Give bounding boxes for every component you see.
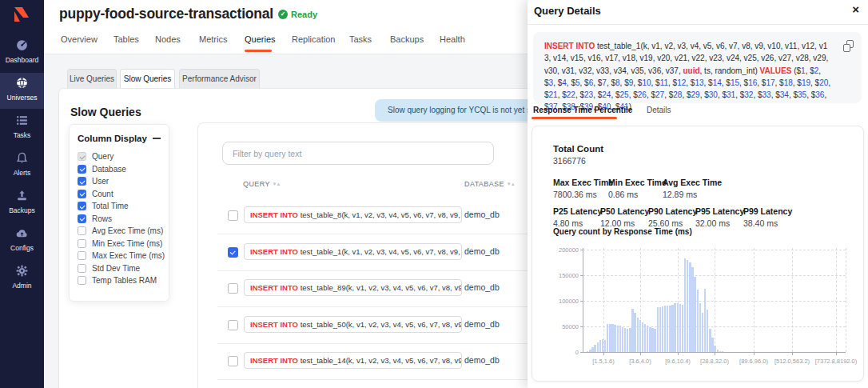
column-header-query[interactable]: QUERY ▼▲ bbox=[243, 180, 280, 188]
row-checkbox[interactable] bbox=[228, 210, 238, 221]
panel-tab-details[interactable]: Details bbox=[647, 106, 671, 114]
tab-health[interactable]: Health bbox=[440, 34, 465, 44]
close-icon[interactable]: × bbox=[852, 2, 859, 16]
tab-metrics[interactable]: Metrics bbox=[199, 34, 227, 44]
tab-queries[interactable]: Queries bbox=[245, 34, 276, 44]
histogram-bar bbox=[597, 342, 599, 352]
sidebar-item-backups[interactable]: Backups bbox=[0, 186, 44, 222]
gridline bbox=[603, 248, 604, 352]
gridline bbox=[836, 248, 837, 352]
sidebar-item-dashboard[interactable]: Dashboard bbox=[0, 35, 44, 71]
tab-replication[interactable]: Replication bbox=[292, 34, 335, 44]
checkbox[interactable] bbox=[78, 165, 86, 174]
y-tick-label: 0 bbox=[547, 349, 579, 356]
sidebar-item-label: Admin bbox=[0, 282, 44, 290]
row-checkbox[interactable] bbox=[228, 247, 238, 258]
response-time-histogram: 050000100000150000200000[1.5,1.6)[3.6,4.… bbox=[532, 126, 865, 382]
collapse-icon[interactable] bbox=[153, 138, 161, 139]
database-cell: demo_db bbox=[464, 355, 500, 365]
tab-tables[interactable]: Tables bbox=[113, 34, 139, 44]
tab-tasks[interactable]: Tasks bbox=[349, 34, 372, 44]
checkbox[interactable] bbox=[78, 239, 86, 248]
checkbox[interactable] bbox=[78, 214, 86, 223]
sidebar-item-configs[interactable]: Configs bbox=[0, 223, 44, 259]
tab-overview[interactable]: Overview bbox=[61, 34, 98, 44]
query-text-chip[interactable]: INSERT INTO test_table_50(k, v1, v2, v3,… bbox=[244, 316, 462, 333]
gridline bbox=[792, 248, 793, 352]
sidebar-item-label: Configs bbox=[0, 244, 44, 252]
subtab-slow-queries[interactable]: Slow Queries bbox=[120, 69, 175, 88]
histogram-bar bbox=[599, 340, 601, 352]
sort-icon[interactable]: ▼▲ bbox=[273, 182, 281, 186]
status-text: Ready bbox=[291, 10, 317, 19]
sidebar-item-label: Tasks bbox=[0, 131, 44, 139]
row-checkbox[interactable] bbox=[228, 283, 238, 294]
checkbox[interactable] bbox=[78, 190, 86, 198]
histogram-bar bbox=[607, 324, 608, 352]
histogram-bar bbox=[649, 327, 651, 352]
tab-backups[interactable]: Backups bbox=[390, 34, 424, 44]
histogram-bar bbox=[639, 320, 641, 352]
column-option-count: Count bbox=[78, 188, 161, 201]
histogram-bar bbox=[709, 329, 711, 352]
histogram-bar bbox=[707, 310, 708, 352]
histogram-bar bbox=[642, 322, 643, 352]
column-option-query: Query bbox=[78, 150, 161, 163]
dashboard-icon bbox=[15, 41, 29, 54]
y-tick-label: 150000 bbox=[547, 272, 579, 279]
histogram-bar bbox=[664, 306, 666, 352]
sort-icon[interactable]: ▼▲ bbox=[507, 182, 515, 186]
query-text-chip[interactable]: INSERT INTO test_table_1(k, v1, v2, v3, … bbox=[244, 243, 462, 260]
checkbox-label: Count bbox=[92, 190, 113, 198]
checkbox[interactable] bbox=[78, 264, 86, 273]
gridline bbox=[754, 248, 755, 352]
histogram-bar bbox=[604, 340, 606, 352]
app-root: DashboardUniversesTasksAlertsBackupsConf… bbox=[0, 0, 868, 388]
column-header-database[interactable]: DATABASE ▼▲ bbox=[464, 180, 515, 188]
sidebar-item-universes[interactable]: Universes bbox=[0, 73, 44, 109]
checkbox[interactable] bbox=[78, 251, 86, 260]
panel-tab-response-time-percentile[interactable]: Response Time Percentile bbox=[533, 106, 632, 114]
y-tick-label: 200000 bbox=[547, 246, 579, 254]
sidebar-item-label: Backups bbox=[0, 206, 44, 214]
histogram-bar bbox=[594, 345, 595, 352]
sidebar-item-alerts[interactable]: Alerts bbox=[0, 148, 44, 184]
x-tick-label: [7372.8,8192.0) bbox=[815, 358, 858, 365]
query-text-chip[interactable]: INSERT INTO test_table_14(k, v1, v2, v3,… bbox=[244, 352, 462, 369]
column-option-total-time: Total Time bbox=[78, 200, 161, 213]
histogram-bar bbox=[667, 306, 668, 352]
ready-check-icon: ✓ bbox=[278, 10, 288, 19]
tab-nodes[interactable]: Nodes bbox=[155, 34, 181, 44]
histogram-bar bbox=[659, 307, 661, 352]
x-tick-label: [1.5,1.6) bbox=[592, 358, 615, 365]
response-time-card: Total Count 3166776 Max Exec Time7800.36… bbox=[532, 126, 864, 382]
histogram-bar bbox=[702, 313, 703, 352]
histogram-bar bbox=[714, 346, 715, 352]
sidebar-item-tasks[interactable]: Tasks bbox=[0, 110, 44, 146]
query-text-chip[interactable]: INSERT INTO test_table_89(k, v1, v2, v3,… bbox=[244, 279, 462, 296]
histogram-bar bbox=[634, 313, 635, 352]
histogram-bar bbox=[699, 303, 701, 352]
copy-icon[interactable] bbox=[843, 40, 854, 52]
query-text-chip[interactable]: INSERT INTO test_table_8(k, v1, v2, v3, … bbox=[244, 206, 462, 223]
checkbox[interactable] bbox=[78, 276, 86, 285]
subtab-performance-advisor[interactable]: Performance Advisor bbox=[179, 69, 260, 88]
histogram-bar bbox=[609, 324, 611, 352]
sql-statement-box: INSERT INTO test_table_1(k, v1, v2, v3, … bbox=[533, 32, 862, 103]
checkbox[interactable] bbox=[78, 202, 86, 210]
checkbox[interactable] bbox=[78, 177, 86, 186]
histogram-bar bbox=[647, 326, 648, 352]
checkbox[interactable] bbox=[78, 226, 86, 235]
yugabyte-logo-icon[interactable] bbox=[11, 5, 32, 29]
x-axis bbox=[583, 352, 846, 353]
sidebar-item-admin[interactable]: Admin bbox=[0, 261, 44, 297]
checkbox-label: Temp Tables RAM bbox=[92, 276, 157, 285]
histogram-bar bbox=[674, 303, 675, 352]
histogram-bar bbox=[662, 306, 663, 352]
subtab-live-queries[interactable]: Live Queries bbox=[67, 69, 117, 88]
x-tick-label: [512.0,563.2) bbox=[774, 358, 810, 365]
y-tick-label: 100000 bbox=[547, 298, 579, 305]
row-checkbox[interactable] bbox=[228, 320, 238, 330]
row-checkbox[interactable] bbox=[228, 356, 238, 366]
query-filter-input[interactable] bbox=[222, 142, 494, 165]
